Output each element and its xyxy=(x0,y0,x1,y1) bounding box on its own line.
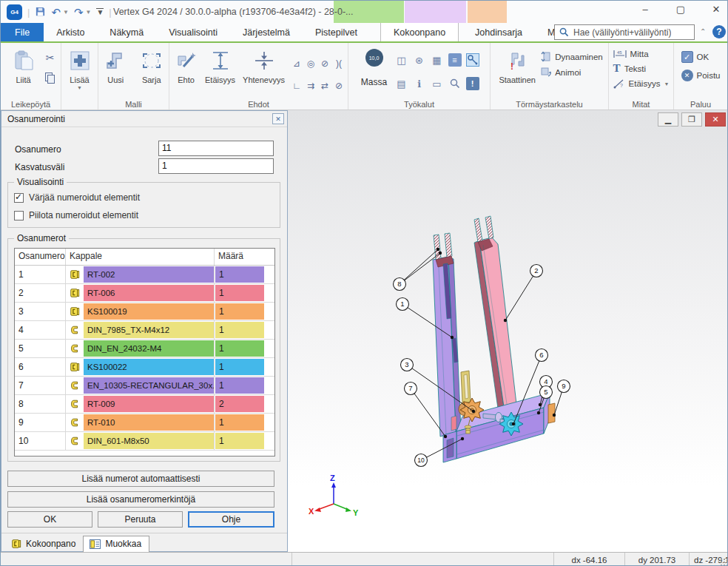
tab-arkisto[interactable]: Arkisto xyxy=(44,23,97,41)
parallel-constraint-icon[interactable]: ⇄ xyxy=(321,81,328,91)
cut-icon[interactable]: ✂ xyxy=(44,51,57,64)
status-dy: dy 201.73 xyxy=(624,553,689,566)
redo-icon[interactable]: ↷ xyxy=(74,7,84,18)
measure-distance-button[interactable]: ? Etäisyys ▼ xyxy=(613,78,670,89)
table-row[interactable]: 4DIN_7985_TX-M4x121 xyxy=(15,321,274,340)
table-row[interactable]: 8RT-0092 xyxy=(15,395,274,414)
add-balloons-button[interactable]: Lisää osanumeromerkintöjä xyxy=(7,491,274,508)
search-box[interactable]: Hae (välilyönti+välilyönti) xyxy=(554,24,695,40)
drawer-icon[interactable]: ▭ xyxy=(431,77,444,90)
increment-input[interactable]: 1 xyxy=(158,158,274,174)
close-button[interactable]: ✕ xyxy=(711,4,721,15)
zoom-check-icon[interactable] xyxy=(448,77,462,90)
dialog-ok-button[interactable]: OK xyxy=(7,511,92,528)
undo-caret-icon[interactable]: ▼ xyxy=(63,9,69,16)
routing-icon[interactable]: ⊛ xyxy=(413,53,426,67)
add-numbers-auto-button[interactable]: Lisää numerot automaattisesti xyxy=(7,471,274,487)
part-numbering-icon[interactable] xyxy=(466,53,479,67)
dimension-button[interactable]: 45 Mitta xyxy=(613,50,670,58)
static-check-button[interactable]: ! Staattinen xyxy=(496,47,539,84)
dialog-close-icon[interactable]: ✕ xyxy=(272,113,284,124)
tab-kokoonpano[interactable]: Kokoonpano xyxy=(380,23,459,41)
measure-distance-caret-icon[interactable]: ▼ xyxy=(664,81,669,87)
paste-button[interactable]: Liitä xyxy=(5,47,42,84)
viewport-close-button[interactable]: ✕ xyxy=(705,112,726,127)
redo-caret-icon[interactable]: ▼ xyxy=(85,9,91,16)
colorize-checkbox[interactable] xyxy=(14,193,24,203)
table-row[interactable]: 3KS1000191 xyxy=(15,303,274,321)
tab-jarjestelma[interactable]: Järjestelmä xyxy=(230,23,303,41)
cell-quantity: 2 xyxy=(215,395,264,413)
coincidence-button[interactable]: Yhtenevyys xyxy=(240,47,289,84)
mass-button[interactable]: 10,0 Massa xyxy=(357,47,391,87)
column-header-osanumero[interactable]: Osanumero xyxy=(15,249,66,265)
equal-parts-icon[interactable]: ≡ xyxy=(448,53,462,67)
symmetry-constraint-icon[interactable]: )( xyxy=(336,58,342,69)
model-viewport[interactable]: 12345678910 Z X Y ▁ ❐ ✕ xyxy=(288,110,728,552)
save-icon[interactable] xyxy=(35,6,46,18)
warning-icon[interactable]: ! xyxy=(466,77,479,90)
info-icon[interactable]: ℹ xyxy=(413,77,426,90)
tangent-constraint-icon[interactable]: ⊘ xyxy=(321,58,328,69)
customize-qat-icon[interactable]: ▼ xyxy=(96,8,104,16)
hide-checkbox[interactable] xyxy=(14,211,24,220)
resize-grip[interactable] xyxy=(720,558,727,565)
table-row[interactable]: 5DIN_EN_24032-M41 xyxy=(15,340,274,358)
add-caret-icon[interactable]: ▼ xyxy=(77,85,82,90)
dialog-title-bar[interactable]: Osanumerointi ✕ xyxy=(1,111,287,127)
equal-distance-constraint-icon[interactable]: ⇉ xyxy=(307,81,314,91)
series-button[interactable]: Sarja xyxy=(135,47,169,84)
add-button[interactable]: Lisää ▼ xyxy=(61,47,98,90)
animate-button[interactable]: Animoi xyxy=(540,67,603,78)
collapse-ribbon-icon[interactable]: ⌃ xyxy=(700,27,706,36)
viewport-minimize-button[interactable]: ▁ xyxy=(658,112,678,127)
hide-label: Piilota numeroidut elementit xyxy=(29,210,138,220)
minimize-button[interactable]: – xyxy=(640,4,650,15)
table-row[interactable]: 6KS1000221 xyxy=(15,358,274,377)
part-number-input[interactable]: 11 xyxy=(158,141,274,156)
table-icon[interactable]: ▦ xyxy=(431,53,444,67)
angle-constraint-icon[interactable]: ⊿ xyxy=(293,58,300,69)
tab-kokoonpano-bottom[interactable]: Kokoonpano xyxy=(5,536,83,552)
fix-constraint-icon[interactable]: ⊘ xyxy=(335,81,343,91)
perpendicular-constraint-icon[interactable]: ∟ xyxy=(292,81,301,91)
app-logo[interactable]: G4 xyxy=(7,4,22,20)
text-button[interactable]: T Teksti xyxy=(613,62,670,75)
table-row[interactable]: 2RT-0061 xyxy=(15,284,274,303)
column-header-maara[interactable]: Määrä xyxy=(215,249,264,265)
cyan-knob-part[interactable] xyxy=(499,412,523,436)
table-row[interactable]: 1RT-0021 xyxy=(15,266,274,284)
model-compare-icon[interactable]: ◫ xyxy=(395,53,408,67)
tab-muokkaa-bottom[interactable]: Muokkaa xyxy=(83,536,149,552)
table-row[interactable]: 7EN_10305-RECTANGULAR_30x...1 xyxy=(15,377,274,395)
maximize-button[interactable]: ▢ xyxy=(675,4,686,15)
left-bar-part[interactable] xyxy=(433,233,461,437)
ok-button[interactable]: ✓ OK xyxy=(681,51,721,63)
tab-file[interactable]: File xyxy=(1,23,44,41)
model-canvas[interactable]: 12345678910 Z X Y xyxy=(288,110,728,552)
copy-icon[interactable] xyxy=(44,72,57,85)
dialog-help-button[interactable]: Ohje xyxy=(188,511,274,528)
table-row[interactable]: 9RT-0101 xyxy=(15,414,274,432)
tab-johdinsarja[interactable]: Johdinsarja xyxy=(462,23,535,41)
new-button[interactable]: Uusi xyxy=(98,47,133,84)
condition-button[interactable]: Ehto xyxy=(172,47,201,84)
concentric-constraint-icon[interactable]: ◎ xyxy=(307,58,314,69)
guide-bracket-part[interactable] xyxy=(461,371,471,403)
dynamic-check-button[interactable]: Dynaaminen xyxy=(540,51,603,62)
dialog-cancel-button[interactable]: Peruuta xyxy=(98,511,183,528)
end-cap-part[interactable] xyxy=(548,403,555,423)
layers-icon[interactable]: ▤ xyxy=(395,77,408,90)
clamp-plate-part[interactable] xyxy=(451,416,456,431)
column-header-kappale[interactable]: Kappale xyxy=(66,249,215,265)
exit-button[interactable]: ✕ Poistu xyxy=(681,70,721,81)
help-icon[interactable]: ? xyxy=(712,25,726,38)
tab-visualisointi[interactable]: Visualisointi xyxy=(156,23,230,41)
distance-button[interactable]: Etäisyys xyxy=(203,47,238,84)
viewport-restore-button[interactable]: ❐ xyxy=(681,112,702,127)
undo-icon[interactable]: ↶ xyxy=(51,7,61,18)
table-row[interactable]: 10DIN_601-M8x501 xyxy=(15,432,274,451)
right-bar-part[interactable] xyxy=(474,216,518,424)
tab-pistepilvet[interactable]: Pistepilvet xyxy=(303,23,370,41)
tab-nakyma[interactable]: Näkymä xyxy=(97,23,156,41)
